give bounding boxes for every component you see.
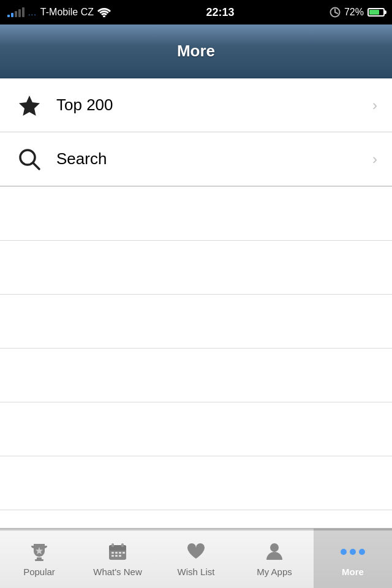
tab-whats-new-label: What's New bbox=[93, 567, 142, 577]
svg-rect-14 bbox=[111, 552, 114, 554]
trophy-icon bbox=[28, 541, 50, 563]
tab-wish-list[interactable]: Wish List bbox=[157, 529, 235, 588]
signal-bar-1 bbox=[7, 15, 10, 17]
svg-rect-15 bbox=[115, 552, 118, 554]
status-right: 72% bbox=[330, 7, 385, 18]
search-chevron: › bbox=[372, 151, 377, 168]
search-icon bbox=[15, 145, 44, 174]
carrier-name: T-Mobile CZ bbox=[40, 7, 94, 18]
svg-line-3 bbox=[335, 12, 337, 13]
top200-chevron: › bbox=[372, 97, 377, 114]
svg-rect-20 bbox=[123, 552, 125, 554]
menu-item-search[interactable]: Search › bbox=[0, 132, 392, 186]
person-icon bbox=[263, 541, 285, 563]
battery-percentage: 72% bbox=[344, 7, 364, 18]
tab-more[interactable]: More bbox=[314, 529, 392, 588]
dot-2 bbox=[350, 549, 356, 555]
empty-row-4 bbox=[0, 349, 392, 402]
battery-icon bbox=[368, 8, 385, 17]
svg-rect-16 bbox=[119, 552, 121, 554]
clock-icon bbox=[330, 7, 341, 18]
tab-popular-label: Popular bbox=[23, 567, 55, 577]
status-left: ... T-Mobile CZ bbox=[7, 7, 111, 18]
calendar-icon bbox=[107, 541, 129, 563]
tab-popular[interactable]: Popular bbox=[0, 529, 78, 588]
svg-rect-19 bbox=[119, 555, 121, 557]
signal-bar-3 bbox=[15, 11, 17, 17]
svg-line-6 bbox=[33, 163, 39, 169]
svg-rect-13 bbox=[121, 543, 124, 547]
heart-icon bbox=[185, 541, 207, 563]
wifi-icon bbox=[97, 7, 111, 17]
svg-rect-8 bbox=[35, 559, 43, 561]
dot-1 bbox=[341, 549, 347, 555]
search-label: Search bbox=[56, 149, 372, 168]
svg-point-0 bbox=[103, 15, 105, 17]
svg-marker-4 bbox=[19, 96, 40, 116]
empty-row-3 bbox=[0, 295, 392, 349]
svg-rect-12 bbox=[111, 543, 114, 547]
empty-row-6 bbox=[0, 456, 392, 510]
empty-row-2 bbox=[0, 241, 392, 295]
tab-my-apps[interactable]: My Apps bbox=[235, 529, 314, 588]
status-bar: ... T-Mobile CZ 22:13 72% bbox=[0, 0, 392, 24]
empty-row-1 bbox=[0, 187, 392, 241]
signal-bar-4 bbox=[18, 9, 21, 17]
top200-label: Top 200 bbox=[56, 96, 372, 115]
svg-rect-17 bbox=[111, 555, 114, 557]
signal-bar-5 bbox=[22, 7, 24, 17]
dot-3 bbox=[359, 549, 365, 555]
signal-bars bbox=[7, 7, 24, 17]
menu-item-top200[interactable]: Top 200 › bbox=[0, 78, 392, 132]
svg-point-21 bbox=[270, 543, 279, 552]
tab-my-apps-label: My Apps bbox=[257, 567, 292, 577]
nav-title: More bbox=[177, 42, 215, 61]
dots-indicator: ... bbox=[28, 8, 37, 17]
nav-bar: More bbox=[0, 24, 392, 78]
star-icon bbox=[15, 91, 44, 120]
tab-whats-new[interactable]: What's New bbox=[78, 529, 157, 588]
dots-icon bbox=[342, 541, 364, 563]
status-time: 22:13 bbox=[206, 6, 234, 19]
signal-bar-2 bbox=[11, 13, 13, 17]
svg-rect-18 bbox=[115, 555, 118, 557]
tab-bar: Popular What's New bbox=[0, 528, 392, 588]
empty-row-5 bbox=[0, 402, 392, 456]
tab-wish-list-label: Wish List bbox=[178, 567, 215, 577]
empty-rows bbox=[0, 187, 392, 510]
menu-list: Top 200 › Search › bbox=[0, 78, 392, 187]
tab-more-label: More bbox=[342, 567, 364, 577]
